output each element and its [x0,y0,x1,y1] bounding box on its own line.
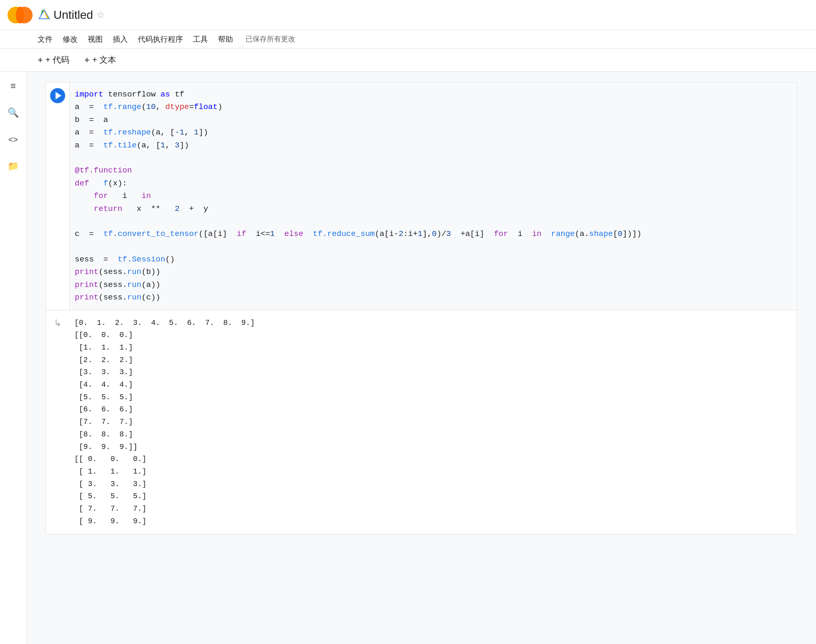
drive-icon [38,9,50,21]
save-status: 已保存所有更改 [246,34,295,44]
add-code-label: + 代码 [46,54,69,66]
menu-runtime[interactable]: 代码执行程序 [134,32,187,47]
cell-output: ↳ [0. 1. 2. 3. 4. 5. 6. 7. 8. 9.] [[0. 0… [46,310,797,535]
header: Untitled ☆ [0,0,816,30]
cell-run-area [46,82,69,310]
menu-edit[interactable]: 修改 [58,32,82,47]
notebook-content: import tensorflow as tf a = tf.range(10,… [27,72,816,644]
output-row: ↳ [0. 1. 2. 3. 4. 5. 6. 7. 8. 9.] [[0. 0… [46,314,797,531]
sidebar-menu-icon[interactable]: ≡ [6,79,21,94]
sidebar-files-icon[interactable]: 📁 [6,159,21,174]
sidebar-code-icon[interactable]: <> [6,132,21,147]
output-text: [0. 1. 2. 3. 4. 5. 6. 7. 8. 9.] [[0. 0. … [69,314,797,531]
menu-help[interactable]: 帮助 [214,32,237,47]
colab-logo[interactable] [7,2,33,28]
plus-icon2: + [84,55,90,66]
menu-insert[interactable]: 插入 [109,32,132,47]
add-text-label: + 文本 [92,54,116,66]
sidebar: ≡ 🔍 <> 📁 [0,72,27,644]
output-gutter-icon: ↳ [46,314,69,531]
star-icon[interactable]: ☆ [96,10,105,20]
title-area: Untitled ☆ [38,8,105,22]
plus-icon: + [38,55,43,66]
add-text-button[interactable]: + + 文本 [80,52,120,68]
run-button[interactable] [50,88,65,103]
cell-input: import tensorflow as tf a = tf.range(10,… [46,82,797,310]
toolbar: + + 代码 + + 文本 [0,48,816,72]
menubar: 文件 修改 视图 插入 代码执行程序 工具 帮助 已保存所有更改 [0,30,816,48]
menu-file[interactable]: 文件 [33,32,57,47]
add-code-button[interactable]: + + 代码 [33,52,73,68]
menu-tools[interactable]: 工具 [189,32,212,47]
sidebar-search-icon[interactable]: 🔍 [6,105,21,120]
document-title[interactable]: Untitled [53,8,93,22]
svg-point-2 [16,7,24,23]
cell-wrapper: import tensorflow as tf a = tf.range(10,… [46,82,797,535]
menu-view[interactable]: 视图 [84,32,107,47]
code-content[interactable]: import tensorflow as tf a = tf.range(10,… [69,82,797,310]
main-layout: ≡ 🔍 <> 📁 import tensorflow as tf a = tf.… [0,72,816,644]
code-cell: import tensorflow as tf a = tf.range(10,… [46,82,797,535]
